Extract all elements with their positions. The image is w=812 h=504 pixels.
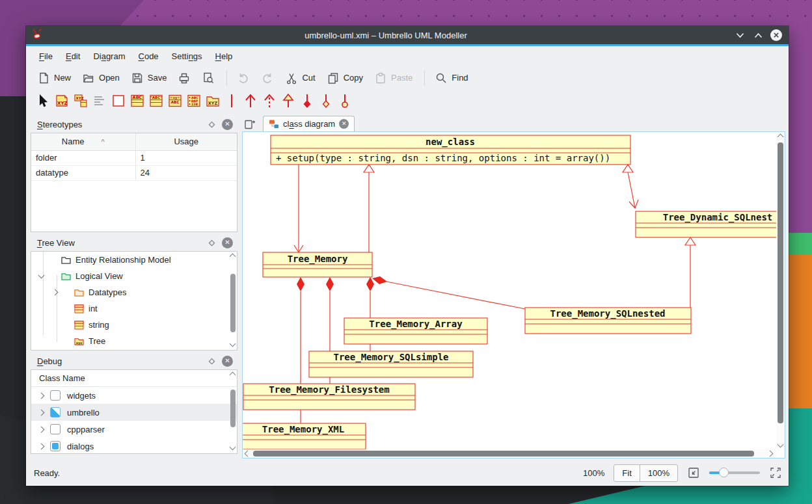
class-box-tree-memory-array[interactable]: Tree_Memory_Array xyxy=(344,318,487,344)
uniassociation-tool[interactable] xyxy=(241,92,259,109)
print-button[interactable] xyxy=(173,69,195,87)
open-button[interactable]: Open xyxy=(77,69,124,87)
select-tool[interactable] xyxy=(34,92,51,109)
scrollbar-thumb[interactable] xyxy=(230,390,236,427)
canvas-vertical-scrollbar[interactable] xyxy=(776,132,785,449)
class-box-tree-memory-xml[interactable]: Tree_Memory_XML xyxy=(243,423,366,449)
expander-closed-icon[interactable] xyxy=(38,409,45,416)
table-row[interactable]: datatype24 xyxy=(31,165,237,180)
close-tab-icon[interactable]: ✕ xyxy=(339,119,349,129)
close-panel-icon[interactable]: ✕ xyxy=(222,356,233,367)
class-box-tree-memory[interactable]: Tree_Memory xyxy=(263,252,372,277)
tree-item-string[interactable]: string xyxy=(31,317,237,333)
composition-tool[interactable] xyxy=(298,92,316,109)
close-panel-icon[interactable]: ✕ xyxy=(222,119,233,130)
new-button[interactable]: New xyxy=(33,69,75,87)
fit-button[interactable]: Fit xyxy=(614,465,639,481)
debug-item-umbrello[interactable]: umbrello xyxy=(31,404,237,421)
class-tool[interactable]: ABC xyxy=(128,92,146,109)
scroll-right-icon[interactable] xyxy=(767,451,774,457)
dependency-tool[interactable] xyxy=(260,92,278,109)
titlebar[interactable]: umbrello-uml.xmi – Umbrello UML Modeller xyxy=(26,26,789,44)
paste-button[interactable]: Paste xyxy=(370,69,417,87)
fit-page-icon[interactable] xyxy=(687,466,700,479)
scroll-down-icon[interactable] xyxy=(778,442,784,448)
debug-item-widgets[interactable]: widgets xyxy=(31,387,237,404)
scroll-left-icon[interactable] xyxy=(245,451,251,457)
undo-button[interactable] xyxy=(232,69,254,87)
menu-settings[interactable]: Settings xyxy=(165,48,209,64)
interface-tool[interactable]: "ABC" xyxy=(147,92,165,109)
column-header-name[interactable]: Name^ xyxy=(31,133,135,150)
generalization-treedynamic-newclass[interactable] xyxy=(628,172,635,208)
box-tool[interactable] xyxy=(109,92,127,109)
scrollbar-thumb[interactable] xyxy=(253,451,754,457)
class-box-tree-dynamic-sqlnest[interactable]: Tree_Dynamic_SQLnest xyxy=(636,211,776,237)
find-button[interactable]: Find xyxy=(430,69,472,87)
menu-code[interactable]: Code xyxy=(132,48,165,64)
scroll-up-icon[interactable] xyxy=(230,372,236,378)
save-button[interactable]: Save xyxy=(126,69,172,87)
menu-file[interactable]: File xyxy=(33,48,59,64)
fullscreen-expand-icon[interactable] xyxy=(769,466,782,479)
datatype-tool[interactable]: =xy=ABC xyxy=(166,92,183,109)
tree-view-scrollbar[interactable] xyxy=(230,253,236,349)
stereotypes-panel-header[interactable]: Stereotypes ✕ xyxy=(31,116,237,133)
tree-item-logical-view[interactable]: Logical View xyxy=(31,268,237,284)
float-panel-icon[interactable] xyxy=(208,239,216,247)
scroll-down-icon[interactable] xyxy=(230,341,236,347)
zoom-slider[interactable] xyxy=(709,467,760,479)
object-tool[interactable]: XYZ xyxy=(53,92,70,109)
debug-panel-header[interactable]: Debug ✕ xyxy=(31,352,237,369)
composition-treememory-sqlnested[interactable] xyxy=(386,282,525,309)
cut-button[interactable]: Cut xyxy=(280,69,319,87)
expander-closed-icon[interactable] xyxy=(38,443,45,449)
generalization-tool[interactable] xyxy=(279,92,297,109)
menu-diagram[interactable]: Diagram xyxy=(87,48,131,64)
canvas-horizontal-scrollbar[interactable] xyxy=(243,449,776,458)
copy-button[interactable]: Copy xyxy=(322,69,368,87)
close-button[interactable] xyxy=(769,28,783,42)
expander-closed-icon[interactable] xyxy=(52,289,59,296)
checkbox-unchecked[interactable] xyxy=(50,390,61,401)
float-panel-icon[interactable] xyxy=(208,120,216,129)
enum-tool[interactable]: ABCDEF13K xyxy=(185,92,202,109)
scroll-down-icon[interactable] xyxy=(230,444,236,451)
class-box-tree-memory-sqlnested[interactable]: Tree_Memory_SQLnested xyxy=(525,308,691,334)
maximize-button[interactable] xyxy=(751,28,765,42)
float-panel-icon[interactable] xyxy=(208,357,216,365)
column-header-usage[interactable]: Usage xyxy=(135,133,237,150)
aggregation-tool[interactable] xyxy=(317,92,334,109)
tree-item-tree[interactable]: xyz Tree xyxy=(31,333,237,349)
table-row[interactable]: folder1 xyxy=(31,150,237,165)
scrollbar-thumb[interactable] xyxy=(230,274,236,332)
class-box-new-class[interactable]: new_class + setup(type : string, dsn : s… xyxy=(271,135,630,165)
checkbox-checked[interactable] xyxy=(50,441,61,451)
diagram-canvas[interactable]: new_class + setup(type : string, dsn : s… xyxy=(242,131,785,458)
text-tool[interactable] xyxy=(90,92,108,109)
menu-edit[interactable]: Edit xyxy=(59,48,87,64)
expander-closed-icon[interactable] xyxy=(38,426,45,432)
menu-help[interactable]: Help xyxy=(209,48,239,64)
tree-item-entity-relationship-model[interactable]: Entity Relationship Model xyxy=(31,252,237,268)
checkbox-partial[interactable] xyxy=(50,407,61,418)
scroll-up-icon[interactable] xyxy=(230,254,236,260)
package-tool[interactable]: XYZ xyxy=(204,92,221,109)
tree-view-panel-header[interactable]: Tree View ✕ xyxy=(31,234,237,251)
print-preview-button[interactable] xyxy=(197,69,219,87)
expander-open-icon[interactable] xyxy=(38,272,45,279)
class-box-tree-memory-filesystem[interactable]: Tree_Memory_Filesystem xyxy=(243,384,415,410)
tree-item-datatypes[interactable]: Datatypes xyxy=(31,284,237,300)
tab-class-diagram[interactable]: class diagram ✕ xyxy=(263,116,355,131)
instance-tool[interactable]: XYZ xyxy=(72,92,89,109)
redo-button[interactable] xyxy=(256,69,278,87)
debug-scrollbar[interactable] xyxy=(230,371,236,452)
scroll-up-icon[interactable] xyxy=(778,134,784,140)
tree-item-int[interactable]: int xyxy=(31,300,237,317)
debug-item-dialogs[interactable]: dialogs xyxy=(31,438,237,454)
new-tab-button[interactable] xyxy=(242,117,258,131)
close-panel-icon[interactable]: ✕ xyxy=(222,237,233,248)
anchor-tool[interactable] xyxy=(336,92,353,109)
debug-item-cppparser[interactable]: cppparser xyxy=(31,421,237,438)
checkbox-unchecked[interactable] xyxy=(50,424,61,434)
